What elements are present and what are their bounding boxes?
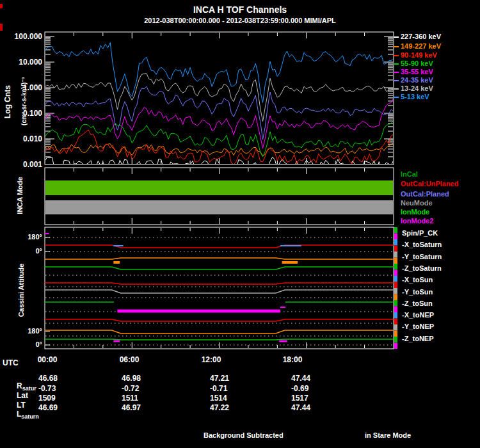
- attitude-track: [45, 330, 394, 333]
- attitude-color-strip: [394, 343, 397, 349]
- attitude-color-strip: [394, 319, 397, 325]
- attitude-color-strip: [394, 300, 397, 307]
- mode-legend-NeuMode: NeuMode: [401, 200, 433, 207]
- table-value: 46.98: [122, 374, 141, 382]
- legend-item-35-55-keV: 35-55 keV: [401, 68, 433, 76]
- mode-legend-OutCal-Planed: OutCal:Planed: [401, 191, 449, 198]
- table-value: 1517: [291, 394, 308, 402]
- table-value: 1514: [210, 394, 227, 402]
- attitude-color-strip: [394, 307, 397, 313]
- utc-tick-label: 00:00: [38, 356, 58, 364]
- table-row-label-l: Lsaturn: [17, 410, 39, 420]
- table-value: -0.69: [291, 385, 308, 392]
- y-tick-label: 1.000: [6, 84, 42, 92]
- table-value: -0.72: [122, 385, 139, 392]
- legend-item-13-24-keV: 13-24 keV: [401, 85, 433, 92]
- attitude-color-strip: [394, 294, 397, 301]
- table-value: -0.73: [38, 385, 56, 392]
- table-value: 47.44: [291, 404, 310, 412]
- attitude-legend--Y-toSaturn: -Y_toSaturn: [402, 253, 442, 260]
- attitude-color-strip: [394, 288, 397, 294]
- attitude-legend--X-toNEP: -X_toNEP: [402, 312, 434, 319]
- legend-item-90-149-keV: 90-149 keV: [401, 52, 437, 59]
- legend-item-227-360-keV: 227-360 keV: [401, 33, 441, 40]
- attitude-legend--Z-toSun: -Z_toSun: [402, 300, 433, 307]
- y-tick-label: 10.000: [6, 58, 42, 66]
- series-24-35-kev: [45, 86, 394, 140]
- attitude-track: [45, 290, 394, 293]
- attitude-color-strip: [394, 246, 397, 252]
- attitude-legend--Z-toNEP: -Z_toNEP: [402, 335, 434, 342]
- edge-artifact: [0, 24, 3, 31]
- utc-tick-label: 12:00: [202, 356, 221, 364]
- attitude-color-strip: [394, 270, 397, 276]
- attitude-y-tick-label: 180°: [9, 328, 42, 335]
- attitude-color-strip: [394, 337, 397, 343]
- mode-legend-IonMode: IonMode: [401, 209, 429, 216]
- table-value: 46.69: [38, 404, 58, 412]
- mode-bar: [45, 180, 393, 195]
- mode-legend-InCal: InCal: [401, 171, 418, 178]
- attitude-legend-Spin-P-CK: Spin/P_CK: [402, 230, 438, 237]
- attitude-color-strip: [394, 312, 397, 319]
- table-row-label-lat: Lat: [17, 392, 28, 399]
- utc-tick-label: 06:00: [120, 356, 140, 364]
- y-tick-label: 100.000: [6, 33, 42, 40]
- legend-item-5-13-keV: 5-13 keV: [401, 93, 429, 100]
- y-tick-label: 0.001: [6, 161, 42, 168]
- attitude-track: [45, 258, 394, 259]
- legend-item-149-227-keV: 149-227 keV: [401, 43, 441, 50]
- mode-bar: [45, 200, 393, 214]
- attitude-color-strip: [394, 331, 397, 337]
- series-35-55-kev: [45, 98, 394, 148]
- table-value: 46.97: [122, 404, 141, 412]
- attitude-track: [45, 267, 394, 269]
- attitude-color-strip: [394, 234, 397, 240]
- attitude-y-tick-label: 0°: [9, 341, 42, 348]
- attitude-color-strip: [394, 258, 397, 264]
- y-tick-label: 0.100: [6, 109, 42, 117]
- attitude-legend--X-toSaturn: -X_toSaturn: [402, 241, 442, 248]
- attitude-y-tick-label: 0°: [9, 248, 42, 255]
- attitude-y-tick-label: 180°: [9, 234, 42, 241]
- y-tick-label: 0.010: [6, 135, 42, 143]
- table-value: 46.68: [38, 374, 58, 382]
- attitude-color-strip: [394, 324, 397, 331]
- attitude-track: [45, 245, 394, 248]
- utc-tick-label: 18:00: [283, 356, 303, 364]
- attitude-color-strip: [394, 252, 397, 258]
- legend-item-55-90-keV: 55-90 keV: [401, 60, 433, 67]
- inca-tof-plot-window: { "title": "INCA H TOF Channels", "subti…: [0, 0, 480, 448]
- table-value: 1511: [122, 394, 138, 402]
- attitude-track: [45, 319, 394, 321]
- attitude-color-strip: [394, 239, 397, 246]
- table-value: 47.44: [291, 374, 310, 382]
- attitude-color-strip: [394, 264, 397, 270]
- attitude-track: [45, 283, 394, 284]
- attitude-color-strip: [394, 282, 397, 289]
- table-value: 1509: [38, 394, 56, 402]
- series-5-13-kev: [45, 43, 394, 103]
- table-value: 47.22: [210, 404, 229, 412]
- mode-legend-IonMode2: IonMode2: [401, 218, 433, 225]
- legend-item-24-35-keV: 24-35 keV: [401, 77, 433, 84]
- attitude-legend--Y-toSun: -Y_toSun: [402, 289, 433, 296]
- table-value: -0.71: [210, 385, 227, 392]
- attitude-legend--Y-toNEP: -Y_toNEP: [402, 323, 434, 330]
- series-13-24-kev: [45, 74, 394, 122]
- attitude-track: [45, 339, 394, 340]
- mode-legend-OutCal-UnPlaned: OutCal:UnPlaned: [401, 180, 458, 188]
- table-value: 47.21: [210, 374, 229, 382]
- attitude-color-strip: [394, 276, 397, 282]
- edge-artifact: [0, 4, 3, 8]
- attitude-legend--Z-toSaturn: -Z_toSaturn: [402, 265, 442, 272]
- attitude-color-strip: [394, 227, 397, 234]
- table-row-label-lt: LT: [17, 401, 26, 409]
- series-group: [45, 43, 394, 173]
- mode-panel-border: [45, 168, 394, 225]
- attitude-legend--X-toSun: -X_toSun: [402, 276, 433, 284]
